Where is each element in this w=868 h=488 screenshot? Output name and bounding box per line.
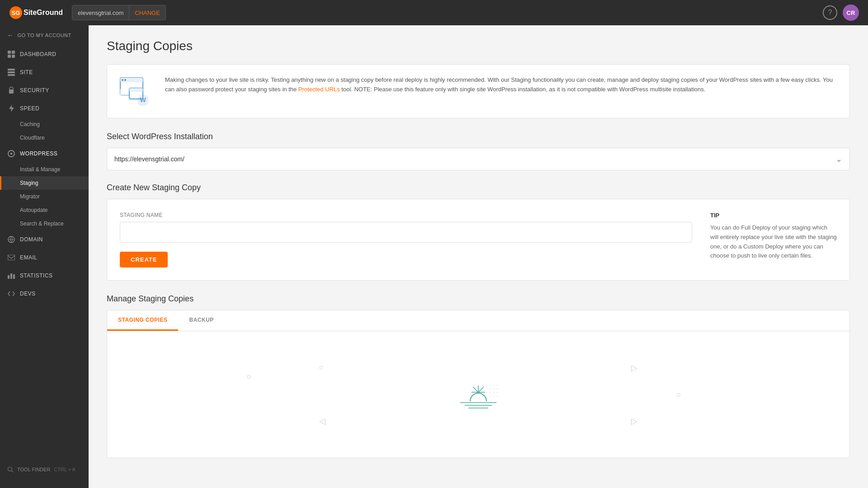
select-section-title: Select WordPress Installation <box>107 132 850 141</box>
svg-rect-19 <box>120 78 143 82</box>
svg-rect-13 <box>8 255 15 260</box>
svg-point-40 <box>493 392 494 393</box>
empty-state-illustration: ○ ○ ▷ ◁ ▷ ○ <box>116 358 840 431</box>
globe-icon <box>7 235 15 244</box>
svg-point-36 <box>497 389 498 389</box>
sidebar-item-wordpress[interactable]: WORDPRESS <box>0 145 89 163</box>
svg-point-29 <box>490 385 491 386</box>
circle-icon: ○ <box>319 363 324 372</box>
svg-rect-7 <box>8 71 15 73</box>
svg-text:SG: SG <box>12 9 20 16</box>
help-button[interactable]: ? <box>823 5 837 20</box>
sidebar-item-security-label: SECURITY <box>20 87 49 94</box>
back-icon: ◁ <box>319 416 326 426</box>
sidebar-item-cloudflare[interactable]: Cloudflare <box>0 131 89 145</box>
wordpress-installation-select[interactable]: https://elevensgtrial.com/ ⌄ <box>107 148 850 170</box>
mail-icon <box>7 253 15 262</box>
tabs-content: ○ ○ ▷ ◁ ▷ ○ <box>107 331 849 458</box>
svg-rect-5 <box>12 55 15 58</box>
user-avatar-button[interactable]: CR <box>843 5 859 21</box>
staging-illustration: W <box>118 75 154 107</box>
wordpress-icon <box>7 150 15 158</box>
svg-point-34 <box>490 389 491 389</box>
svg-point-17 <box>8 467 12 471</box>
svg-point-38 <box>486 392 487 393</box>
sidebar-item-devs[interactable]: DEVS <box>0 285 89 303</box>
svg-point-27 <box>482 385 483 386</box>
sidebar-item-statistics-label: STATISTICS <box>20 272 53 279</box>
tool-finder-label: TOOL FINDER <box>17 467 50 472</box>
site-badge[interactable]: elevensgtrial.com CHANGE <box>72 5 166 20</box>
back-label: GO TO MY ACCOUNT <box>18 33 71 38</box>
staging-name-label: Staging Name <box>120 212 692 218</box>
svg-rect-3 <box>12 51 15 54</box>
svg-point-46 <box>497 396 498 397</box>
sidebar-item-email[interactable]: EMAIL <box>0 249 89 267</box>
sidebar: ← GO TO MY ACCOUNT DASHBOARD SITE SECURI… <box>0 25 89 488</box>
svg-point-43 <box>486 396 487 397</box>
svg-rect-2 <box>8 51 11 54</box>
staging-name-input[interactable] <box>120 222 692 243</box>
sidebar-item-install-manage[interactable]: Install & Manage <box>0 163 89 176</box>
bolt-icon <box>7 104 15 113</box>
sidebar-item-search-replace[interactable]: Search & Replace <box>0 217 89 230</box>
layers-icon <box>7 68 15 76</box>
sidebar-item-caching[interactable]: Caching <box>0 117 89 131</box>
chevron-down-icon: ⌄ <box>835 154 842 164</box>
lock-icon <box>7 86 15 94</box>
svg-point-41 <box>497 392 498 393</box>
sidebar-item-domain-label: DOMAIN <box>20 236 43 243</box>
sidebar-item-domain[interactable]: DOMAIN <box>0 230 89 249</box>
tabs-header: STAGING COPIES BACKUP <box>107 310 849 331</box>
page-title: Staging Copies <box>107 39 850 53</box>
tab-staging-copies[interactable]: STAGING COPIES <box>107 310 178 331</box>
svg-point-33 <box>486 389 487 389</box>
sidebar-item-security[interactable]: SECURITY <box>0 81 89 99</box>
protected-urls-link[interactable]: Protected URLs <box>298 86 340 93</box>
empty-state-sun-svg <box>451 372 505 417</box>
create-button[interactable]: CREATE <box>120 252 168 267</box>
sidebar-item-wordpress-label: WORDPRESS <box>20 150 57 157</box>
tip-section: TIP You can do Full Deploy of your stagi… <box>710 212 837 267</box>
sidebar-item-migrator[interactable]: Migrator <box>0 190 89 203</box>
info-box: W Making changes to your live site is ri… <box>107 64 850 118</box>
bar-chart-icon <box>7 272 15 280</box>
svg-point-31 <box>497 385 498 386</box>
manage-tabs-container: STAGING COPIES BACKUP ○ ○ ▷ ◁ ▷ ○ <box>107 310 850 458</box>
tip-text: You can do Full Deploy of your staging w… <box>710 223 837 261</box>
sidebar-item-dashboard-label: DASHBOARD <box>20 51 57 57</box>
topbar: SG SiteGround elevensgtrial.com CHANGE ?… <box>0 0 868 25</box>
staging-form: Staging Name CREATE <box>120 212 692 267</box>
svg-point-44 <box>490 396 491 397</box>
main-content: Staging Copies W Making changes to your … <box>89 25 868 488</box>
svg-point-28 <box>486 385 487 386</box>
back-arrow-icon: ← <box>7 32 14 39</box>
svg-rect-21 <box>124 79 126 81</box>
create-section-title: Create New Staging Copy <box>107 183 850 192</box>
sidebar-item-devs-label: DEVS <box>20 291 36 297</box>
logo-text: SiteGround <box>24 9 63 17</box>
play-icon: ▷ <box>631 363 637 373</box>
sidebar-item-autoupdate[interactable]: Autoupdate <box>0 203 89 217</box>
svg-point-39 <box>490 392 491 393</box>
back-to-account-link[interactable]: ← GO TO MY ACCOUNT <box>0 25 89 45</box>
tool-finder-shortcut: CTRL + K <box>54 467 75 472</box>
grid-icon <box>7 50 15 58</box>
change-site-button[interactable]: CHANGE <box>129 5 165 20</box>
sidebar-item-staging[interactable]: Staging <box>0 176 89 190</box>
logo: SG SiteGround <box>9 6 63 19</box>
svg-point-32 <box>482 389 483 389</box>
tool-finder[interactable]: TOOL FINDER CTRL + K <box>0 460 89 479</box>
manage-section-title: Manage Staging Copies <box>107 294 850 304</box>
sidebar-item-speed[interactable]: SPEED <box>0 99 89 117</box>
svg-point-35 <box>493 389 494 389</box>
select-value: https://elevensgtrial.com/ <box>114 155 184 163</box>
search-icon <box>7 466 14 473</box>
sidebar-item-dashboard[interactable]: DASHBOARD <box>0 45 89 63</box>
code-icon <box>7 290 15 298</box>
sidebar-item-site[interactable]: SITE <box>0 63 89 81</box>
sidebar-item-site-label: SITE <box>20 69 33 75</box>
sidebar-item-statistics[interactable]: STATISTICS <box>0 267 89 285</box>
svg-rect-20 <box>122 79 123 81</box>
tab-backup[interactable]: BACKUP <box>178 310 224 331</box>
